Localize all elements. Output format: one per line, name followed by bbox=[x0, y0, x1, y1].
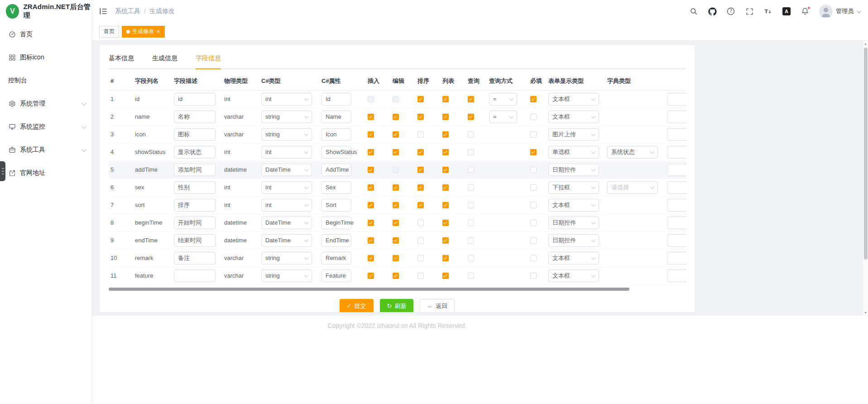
sort-checkbox[interactable] bbox=[417, 167, 424, 173]
search-icon[interactable] bbox=[689, 7, 698, 16]
sidebar-item-icons[interactable]: 图标icon bbox=[0, 46, 91, 69]
csharp-type-select[interactable]: int bbox=[261, 93, 312, 106]
required-checkbox[interactable] bbox=[530, 96, 537, 102]
display-type-select[interactable]: 文本框 bbox=[548, 252, 599, 265]
display-type-select[interactable]: 文本框 bbox=[548, 111, 599, 123]
csharp-type-select[interactable]: DateTime bbox=[261, 234, 312, 247]
scroll-up-arrow[interactable]: ▲ bbox=[863, 41, 868, 47]
query-type-select[interactable]: = bbox=[489, 93, 517, 106]
list-checkbox[interactable] bbox=[442, 273, 449, 279]
display-type-select[interactable]: 日期控件 bbox=[548, 216, 599, 229]
required-checkbox[interactable] bbox=[530, 220, 537, 226]
list-checkbox[interactable] bbox=[442, 131, 449, 138]
edit-checkbox[interactable] bbox=[393, 255, 399, 261]
query-checkbox[interactable] bbox=[468, 255, 474, 261]
extra-input[interactable] bbox=[667, 93, 686, 106]
insert-checkbox[interactable] bbox=[368, 114, 374, 120]
csharp-property-input[interactable]: Sex bbox=[321, 181, 351, 194]
csharp-property-input[interactable]: Name bbox=[321, 111, 351, 123]
github-icon[interactable] bbox=[708, 7, 717, 16]
insert-checkbox[interactable] bbox=[368, 202, 374, 208]
csharp-type-select[interactable]: DateTime bbox=[261, 164, 312, 176]
edit-checkbox[interactable] bbox=[393, 202, 399, 208]
edit-checkbox[interactable] bbox=[393, 237, 399, 244]
edit-checkbox[interactable] bbox=[393, 131, 399, 138]
query-checkbox[interactable] bbox=[468, 184, 474, 191]
close-icon[interactable]: × bbox=[157, 29, 160, 34]
submit-button[interactable]: ✓ 提交 bbox=[340, 299, 374, 313]
csharp-type-select[interactable]: string bbox=[261, 128, 312, 141]
query-checkbox[interactable] bbox=[468, 96, 474, 102]
extra-input[interactable] bbox=[667, 164, 686, 176]
horizontal-scrollbar-thumb[interactable] bbox=[109, 288, 629, 291]
list-checkbox[interactable] bbox=[442, 96, 449, 102]
vertical-scrollbar-thumb[interactable] bbox=[864, 48, 868, 260]
description-input[interactable]: 显示状态 bbox=[174, 146, 216, 159]
edit-checkbox[interactable] bbox=[393, 220, 399, 226]
description-input[interactable]: 性别 bbox=[174, 181, 216, 194]
query-checkbox[interactable] bbox=[468, 149, 474, 155]
extra-input[interactable] bbox=[667, 181, 686, 194]
sidebar-item-system-tools[interactable]: 系统工具 bbox=[0, 138, 91, 161]
required-checkbox[interactable] bbox=[530, 184, 537, 191]
sort-checkbox[interactable] bbox=[417, 273, 424, 279]
sidebar-item-console[interactable]: 控制台 bbox=[0, 69, 91, 92]
display-type-select[interactable]: 日期控件 bbox=[548, 164, 599, 176]
description-input[interactable]: 添加时间 bbox=[174, 164, 216, 176]
display-type-select[interactable]: 图片上传 bbox=[548, 128, 599, 141]
sort-checkbox[interactable] bbox=[417, 220, 424, 226]
display-type-select[interactable]: 文本框 bbox=[548, 199, 599, 212]
description-input[interactable]: 备注 bbox=[174, 252, 216, 265]
extra-input[interactable] bbox=[667, 269, 686, 282]
required-checkbox[interactable] bbox=[530, 255, 537, 261]
csharp-type-select[interactable]: int bbox=[261, 199, 312, 212]
required-checkbox[interactable] bbox=[530, 237, 537, 244]
sort-checkbox[interactable] bbox=[417, 202, 424, 208]
app-logo[interactable]: V ZRAdmin.NET后台管理 bbox=[0, 0, 91, 23]
sidebar-item-home[interactable]: 首页 bbox=[0, 23, 91, 46]
extra-input[interactable] bbox=[667, 199, 686, 212]
sort-checkbox[interactable] bbox=[417, 114, 424, 120]
query-checkbox[interactable] bbox=[468, 237, 474, 244]
display-type-select[interactable]: 文本框 bbox=[548, 93, 599, 106]
sort-checkbox[interactable] bbox=[417, 96, 424, 102]
list-checkbox[interactable] bbox=[442, 202, 449, 208]
tag-generate-edit[interactable]: 生成修改 × bbox=[122, 26, 165, 38]
scroll-down-arrow[interactable]: ▼ bbox=[863, 310, 868, 316]
list-checkbox[interactable] bbox=[442, 184, 449, 191]
csharp-property-input[interactable]: EndTime bbox=[321, 234, 351, 247]
dict-type-select[interactable]: 请选择 bbox=[607, 181, 658, 194]
required-checkbox[interactable] bbox=[530, 114, 537, 120]
user-menu[interactable]: 管理员 bbox=[819, 5, 860, 18]
edit-checkbox[interactable] bbox=[393, 184, 399, 191]
csharp-type-select[interactable]: DateTime bbox=[261, 216, 312, 229]
list-checkbox[interactable] bbox=[442, 149, 449, 155]
csharp-property-input[interactable]: Icon bbox=[321, 128, 351, 141]
edit-checkbox[interactable] bbox=[393, 149, 399, 155]
font-size-icon[interactable]: T bbox=[763, 7, 772, 16]
edit-checkbox[interactable] bbox=[393, 273, 399, 279]
list-checkbox[interactable] bbox=[442, 167, 449, 173]
csharp-property-input[interactable]: Sort bbox=[321, 199, 351, 212]
insert-checkbox[interactable] bbox=[368, 220, 374, 226]
extra-input[interactable] bbox=[667, 111, 686, 123]
insert-checkbox[interactable] bbox=[368, 255, 374, 261]
required-checkbox[interactable] bbox=[530, 131, 537, 138]
csharp-type-select[interactable]: int bbox=[261, 181, 312, 194]
description-input[interactable] bbox=[174, 269, 216, 282]
csharp-property-input[interactable]: AddTime bbox=[321, 164, 351, 176]
notification-bell-icon[interactable] bbox=[801, 7, 810, 16]
insert-checkbox[interactable] bbox=[368, 167, 374, 173]
required-checkbox[interactable] bbox=[530, 202, 537, 208]
extra-input[interactable] bbox=[667, 128, 686, 141]
help-icon[interactable]: ? bbox=[726, 7, 735, 16]
csharp-property-input[interactable]: Id bbox=[321, 93, 351, 106]
description-input[interactable]: 结束时间 bbox=[174, 234, 216, 247]
query-checkbox[interactable] bbox=[468, 202, 474, 208]
insert-checkbox[interactable] bbox=[368, 131, 374, 138]
csharp-type-select[interactable]: string bbox=[261, 111, 312, 123]
insert-checkbox[interactable] bbox=[368, 184, 374, 191]
csharp-property-input[interactable]: BeginTime bbox=[321, 216, 351, 229]
query-checkbox[interactable] bbox=[468, 220, 474, 226]
required-checkbox[interactable] bbox=[530, 149, 537, 155]
